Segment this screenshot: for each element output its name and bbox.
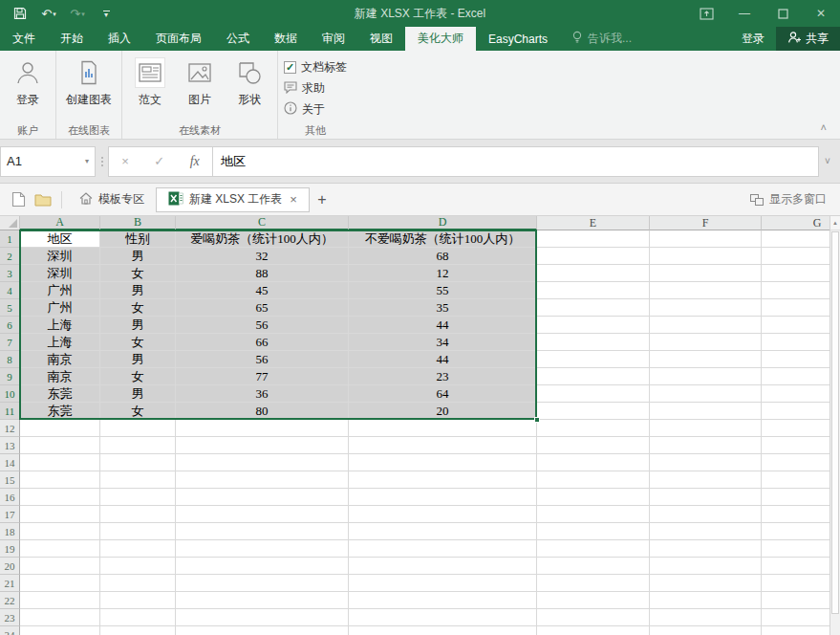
cell-E21[interactable] — [537, 575, 650, 592]
help-button[interactable]: 求助 — [284, 80, 347, 97]
cell-D21[interactable] — [349, 575, 537, 592]
cell-A15[interactable] — [20, 471, 100, 489]
cell-E8[interactable] — [537, 351, 650, 368]
cell-F20[interactable] — [650, 558, 762, 575]
cell-G19[interactable] — [762, 540, 829, 558]
cell-B16[interactable] — [100, 489, 176, 506]
save-icon[interactable] — [8, 3, 32, 24]
cell-F4[interactable] — [650, 282, 762, 299]
cell-E17[interactable] — [537, 506, 650, 523]
close-icon[interactable]: ✕ — [802, 0, 840, 27]
ribbon-tab-5[interactable]: 数据 — [262, 27, 310, 51]
row-header-14[interactable]: 14 — [0, 454, 20, 471]
cell-G23[interactable] — [762, 609, 829, 626]
about-button[interactable]: 关于 — [284, 101, 347, 118]
login-big-button[interactable]: 登录 — [6, 55, 50, 108]
cell-C9[interactable]: 77 — [176, 368, 349, 385]
vertical-scrollbar[interactable]: ▲ — [829, 216, 840, 635]
cell-G15[interactable] — [762, 471, 829, 489]
create-chart-button[interactable]: 创建图表 — [62, 55, 116, 108]
picture-button[interactable]: 图片 — [178, 55, 222, 108]
cell-B8[interactable]: 男 — [100, 351, 176, 368]
cell-F24[interactable] — [650, 626, 762, 635]
column-header-G[interactable]: G — [762, 216, 829, 230]
cell-G16[interactable] — [762, 489, 829, 506]
formula-input[interactable]: 地区 — [213, 146, 819, 177]
ribbon-tab-1[interactable]: 开始 — [48, 27, 96, 51]
cell-E12[interactable] — [537, 420, 650, 437]
cell-G20[interactable] — [762, 558, 829, 575]
cell-D6[interactable]: 44 — [349, 317, 537, 334]
cell-C11[interactable]: 80 — [176, 403, 349, 420]
cell-B19[interactable] — [100, 540, 176, 558]
cell-F3[interactable] — [650, 265, 762, 282]
undo-dropdown-icon[interactable]: ▾ — [53, 11, 56, 18]
cell-E13[interactable] — [537, 437, 650, 454]
cell-D22[interactable] — [349, 592, 537, 609]
cell-E15[interactable] — [537, 471, 650, 489]
cell-A18[interactable] — [20, 523, 100, 540]
cell-D14[interactable] — [349, 454, 537, 471]
share-button[interactable]: 共享 — [776, 27, 840, 51]
cell-C12[interactable] — [176, 420, 349, 437]
cell-E7[interactable] — [537, 334, 650, 351]
cell-E18[interactable] — [537, 523, 650, 540]
cell-D13[interactable] — [349, 437, 537, 454]
cell-G1[interactable] — [762, 230, 829, 248]
cell-D20[interactable] — [349, 558, 537, 575]
cell-C2[interactable]: 32 — [176, 248, 349, 265]
cell-C17[interactable] — [176, 506, 349, 523]
cell-D3[interactable]: 12 — [349, 265, 537, 282]
cancel-icon[interactable]: × — [121, 154, 129, 168]
cell-B14[interactable] — [100, 454, 176, 471]
cell-F7[interactable] — [650, 334, 762, 351]
cell-E19[interactable] — [537, 540, 650, 558]
cell-G17[interactable] — [762, 506, 829, 523]
column-header-A[interactable]: A — [20, 216, 100, 230]
tell-me-box[interactable]: 告诉我... — [560, 27, 643, 51]
cell-B13[interactable] — [100, 437, 176, 454]
row-header-6[interactable]: 6 — [0, 317, 20, 334]
cell-F13[interactable] — [650, 437, 762, 454]
cell-C1[interactable]: 爱喝奶茶（统计100人内） — [176, 230, 349, 248]
row-header-17[interactable]: 17 — [0, 506, 20, 523]
cell-A22[interactable] — [20, 592, 100, 609]
ribbon-tab-3[interactable]: 页面布局 — [143, 27, 214, 51]
cell-A1[interactable]: 地区 — [20, 230, 100, 248]
maximize-icon[interactable] — [764, 0, 802, 27]
cell-A21[interactable] — [20, 575, 100, 592]
cell-C16[interactable] — [176, 489, 349, 506]
cell-D18[interactable] — [349, 523, 537, 540]
cell-B18[interactable] — [100, 523, 176, 540]
row-header-7[interactable]: 7 — [0, 334, 20, 351]
ribbon-tab-0[interactable]: 文件 — [0, 27, 48, 51]
cell-G4[interactable] — [762, 282, 829, 299]
show-multi-window-button[interactable]: 显示多窗口 — [750, 191, 834, 208]
row-header-10[interactable]: 10 — [0, 385, 20, 403]
ribbon-display-options-icon[interactable] — [687, 0, 725, 27]
column-header-F[interactable]: F — [650, 216, 762, 230]
shapes-button[interactable]: 形状 — [227, 55, 271, 108]
cell-D11[interactable]: 20 — [349, 403, 537, 420]
cell-C5[interactable]: 65 — [176, 299, 349, 317]
name-box[interactable]: A1 ▾ — [0, 146, 96, 177]
cell-A24[interactable] — [20, 626, 100, 635]
select-all-corner[interactable] — [0, 216, 20, 230]
cell-D1[interactable]: 不爱喝奶茶（统计100人内） — [349, 230, 537, 248]
cell-A14[interactable] — [20, 454, 100, 471]
cell-D4[interactable]: 55 — [349, 282, 537, 299]
cell-G8[interactable] — [762, 351, 829, 368]
cell-E2[interactable] — [537, 248, 650, 265]
sign-in-button[interactable]: 登录 — [730, 27, 776, 51]
cell-D2[interactable]: 68 — [349, 248, 537, 265]
row-header-20[interactable]: 20 — [0, 558, 20, 575]
cell-C3[interactable]: 88 — [176, 265, 349, 282]
cell-F6[interactable] — [650, 317, 762, 334]
cell-D9[interactable]: 23 — [349, 368, 537, 385]
cell-B12[interactable] — [100, 420, 176, 437]
insert-function-icon[interactable]: fx — [190, 154, 200, 169]
cell-G13[interactable] — [762, 437, 829, 454]
cell-G10[interactable] — [762, 385, 829, 403]
cell-E4[interactable] — [537, 282, 650, 299]
ribbon-tab-2[interactable]: 插入 — [96, 27, 143, 51]
